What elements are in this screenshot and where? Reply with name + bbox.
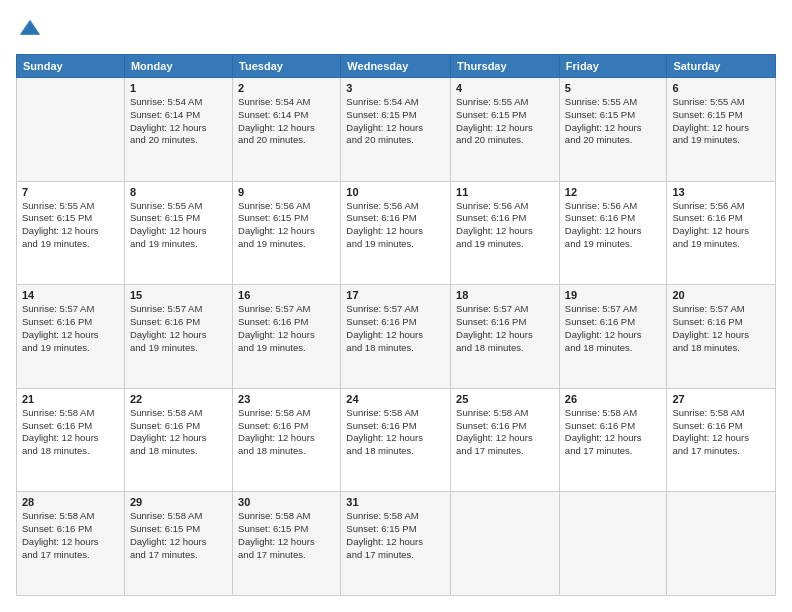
- day-info: Sunrise: 5:56 AM Sunset: 6:15 PM Dayligh…: [238, 200, 335, 251]
- calendar-cell: 12Sunrise: 5:56 AM Sunset: 6:16 PM Dayli…: [559, 181, 667, 285]
- weekday-header: Wednesday: [341, 55, 451, 78]
- day-number: 20: [672, 289, 770, 301]
- calendar-week-row: 1Sunrise: 5:54 AM Sunset: 6:14 PM Daylig…: [17, 78, 776, 182]
- day-number: 2: [238, 82, 335, 94]
- day-number: 23: [238, 393, 335, 405]
- day-info: Sunrise: 5:58 AM Sunset: 6:15 PM Dayligh…: [238, 510, 335, 561]
- calendar-cell: 26Sunrise: 5:58 AM Sunset: 6:16 PM Dayli…: [559, 388, 667, 492]
- calendar-cell: 19Sunrise: 5:57 AM Sunset: 6:16 PM Dayli…: [559, 285, 667, 389]
- day-number: 30: [238, 496, 335, 508]
- calendar-week-row: 14Sunrise: 5:57 AM Sunset: 6:16 PM Dayli…: [17, 285, 776, 389]
- calendar-cell: 11Sunrise: 5:56 AM Sunset: 6:16 PM Dayli…: [451, 181, 560, 285]
- day-info: Sunrise: 5:56 AM Sunset: 6:16 PM Dayligh…: [565, 200, 662, 251]
- day-info: Sunrise: 5:54 AM Sunset: 6:14 PM Dayligh…: [130, 96, 227, 147]
- calendar-cell: 2Sunrise: 5:54 AM Sunset: 6:14 PM Daylig…: [233, 78, 341, 182]
- weekday-header: Saturday: [667, 55, 776, 78]
- day-number: 12: [565, 186, 662, 198]
- day-info: Sunrise: 5:58 AM Sunset: 6:16 PM Dayligh…: [672, 407, 770, 458]
- day-number: 13: [672, 186, 770, 198]
- calendar-cell: 1Sunrise: 5:54 AM Sunset: 6:14 PM Daylig…: [124, 78, 232, 182]
- day-number: 28: [22, 496, 119, 508]
- day-info: Sunrise: 5:55 AM Sunset: 6:15 PM Dayligh…: [456, 96, 554, 147]
- calendar-cell: 17Sunrise: 5:57 AM Sunset: 6:16 PM Dayli…: [341, 285, 451, 389]
- calendar-cell: 29Sunrise: 5:58 AM Sunset: 6:15 PM Dayli…: [124, 492, 232, 596]
- day-info: Sunrise: 5:55 AM Sunset: 6:15 PM Dayligh…: [672, 96, 770, 147]
- calendar-cell: 10Sunrise: 5:56 AM Sunset: 6:16 PM Dayli…: [341, 181, 451, 285]
- day-info: Sunrise: 5:58 AM Sunset: 6:16 PM Dayligh…: [456, 407, 554, 458]
- calendar-cell: 30Sunrise: 5:58 AM Sunset: 6:15 PM Dayli…: [233, 492, 341, 596]
- day-info: Sunrise: 5:57 AM Sunset: 6:16 PM Dayligh…: [238, 303, 335, 354]
- calendar-cell: 24Sunrise: 5:58 AM Sunset: 6:16 PM Dayli…: [341, 388, 451, 492]
- day-info: Sunrise: 5:56 AM Sunset: 6:16 PM Dayligh…: [346, 200, 445, 251]
- day-info: Sunrise: 5:58 AM Sunset: 6:15 PM Dayligh…: [346, 510, 445, 561]
- calendar-week-row: 21Sunrise: 5:58 AM Sunset: 6:16 PM Dayli…: [17, 388, 776, 492]
- day-info: Sunrise: 5:58 AM Sunset: 6:16 PM Dayligh…: [346, 407, 445, 458]
- calendar-week-row: 28Sunrise: 5:58 AM Sunset: 6:16 PM Dayli…: [17, 492, 776, 596]
- day-number: 16: [238, 289, 335, 301]
- calendar-cell: 4Sunrise: 5:55 AM Sunset: 6:15 PM Daylig…: [451, 78, 560, 182]
- day-info: Sunrise: 5:58 AM Sunset: 6:15 PM Dayligh…: [130, 510, 227, 561]
- calendar-cell: 25Sunrise: 5:58 AM Sunset: 6:16 PM Dayli…: [451, 388, 560, 492]
- day-info: Sunrise: 5:56 AM Sunset: 6:16 PM Dayligh…: [672, 200, 770, 251]
- calendar-cell: 28Sunrise: 5:58 AM Sunset: 6:16 PM Dayli…: [17, 492, 125, 596]
- day-number: 11: [456, 186, 554, 198]
- header: [16, 16, 776, 44]
- day-info: Sunrise: 5:58 AM Sunset: 6:16 PM Dayligh…: [238, 407, 335, 458]
- day-info: Sunrise: 5:54 AM Sunset: 6:14 PM Dayligh…: [238, 96, 335, 147]
- page: SundayMondayTuesdayWednesdayThursdayFrid…: [0, 0, 792, 612]
- calendar-cell: 3Sunrise: 5:54 AM Sunset: 6:15 PM Daylig…: [341, 78, 451, 182]
- calendar-cell: 27Sunrise: 5:58 AM Sunset: 6:16 PM Dayli…: [667, 388, 776, 492]
- day-number: 3: [346, 82, 445, 94]
- day-info: Sunrise: 5:55 AM Sunset: 6:15 PM Dayligh…: [22, 200, 119, 251]
- day-info: Sunrise: 5:58 AM Sunset: 6:16 PM Dayligh…: [130, 407, 227, 458]
- calendar-cell: 16Sunrise: 5:57 AM Sunset: 6:16 PM Dayli…: [233, 285, 341, 389]
- day-info: Sunrise: 5:57 AM Sunset: 6:16 PM Dayligh…: [456, 303, 554, 354]
- day-number: 22: [130, 393, 227, 405]
- day-info: Sunrise: 5:55 AM Sunset: 6:15 PM Dayligh…: [565, 96, 662, 147]
- calendar-cell: [667, 492, 776, 596]
- day-number: 27: [672, 393, 770, 405]
- calendar-cell: [451, 492, 560, 596]
- day-number: 5: [565, 82, 662, 94]
- day-info: Sunrise: 5:56 AM Sunset: 6:16 PM Dayligh…: [456, 200, 554, 251]
- day-info: Sunrise: 5:57 AM Sunset: 6:16 PM Dayligh…: [130, 303, 227, 354]
- weekday-header: Tuesday: [233, 55, 341, 78]
- weekday-header: Sunday: [17, 55, 125, 78]
- calendar-cell: 8Sunrise: 5:55 AM Sunset: 6:15 PM Daylig…: [124, 181, 232, 285]
- calendar-cell: 22Sunrise: 5:58 AM Sunset: 6:16 PM Dayli…: [124, 388, 232, 492]
- day-info: Sunrise: 5:55 AM Sunset: 6:15 PM Dayligh…: [130, 200, 227, 251]
- weekday-header: Friday: [559, 55, 667, 78]
- day-number: 26: [565, 393, 662, 405]
- calendar-cell: 20Sunrise: 5:57 AM Sunset: 6:16 PM Dayli…: [667, 285, 776, 389]
- day-info: Sunrise: 5:58 AM Sunset: 6:16 PM Dayligh…: [22, 407, 119, 458]
- day-info: Sunrise: 5:57 AM Sunset: 6:16 PM Dayligh…: [346, 303, 445, 354]
- calendar-cell: [559, 492, 667, 596]
- day-number: 1: [130, 82, 227, 94]
- day-number: 31: [346, 496, 445, 508]
- day-number: 10: [346, 186, 445, 198]
- day-number: 24: [346, 393, 445, 405]
- day-number: 17: [346, 289, 445, 301]
- day-number: 14: [22, 289, 119, 301]
- calendar-cell: 31Sunrise: 5:58 AM Sunset: 6:15 PM Dayli…: [341, 492, 451, 596]
- day-info: Sunrise: 5:57 AM Sunset: 6:16 PM Dayligh…: [565, 303, 662, 354]
- calendar-header-row: SundayMondayTuesdayWednesdayThursdayFrid…: [17, 55, 776, 78]
- logo: [16, 16, 48, 44]
- logo-icon: [16, 16, 44, 44]
- day-number: 21: [22, 393, 119, 405]
- day-info: Sunrise: 5:57 AM Sunset: 6:16 PM Dayligh…: [22, 303, 119, 354]
- day-info: Sunrise: 5:58 AM Sunset: 6:16 PM Dayligh…: [22, 510, 119, 561]
- day-info: Sunrise: 5:58 AM Sunset: 6:16 PM Dayligh…: [565, 407, 662, 458]
- calendar-table: SundayMondayTuesdayWednesdayThursdayFrid…: [16, 54, 776, 596]
- calendar-cell: 7Sunrise: 5:55 AM Sunset: 6:15 PM Daylig…: [17, 181, 125, 285]
- calendar-cell: [17, 78, 125, 182]
- calendar-cell: 23Sunrise: 5:58 AM Sunset: 6:16 PM Dayli…: [233, 388, 341, 492]
- calendar-cell: 5Sunrise: 5:55 AM Sunset: 6:15 PM Daylig…: [559, 78, 667, 182]
- weekday-header: Thursday: [451, 55, 560, 78]
- day-number: 19: [565, 289, 662, 301]
- day-number: 29: [130, 496, 227, 508]
- day-number: 18: [456, 289, 554, 301]
- calendar-week-row: 7Sunrise: 5:55 AM Sunset: 6:15 PM Daylig…: [17, 181, 776, 285]
- day-info: Sunrise: 5:57 AM Sunset: 6:16 PM Dayligh…: [672, 303, 770, 354]
- day-number: 8: [130, 186, 227, 198]
